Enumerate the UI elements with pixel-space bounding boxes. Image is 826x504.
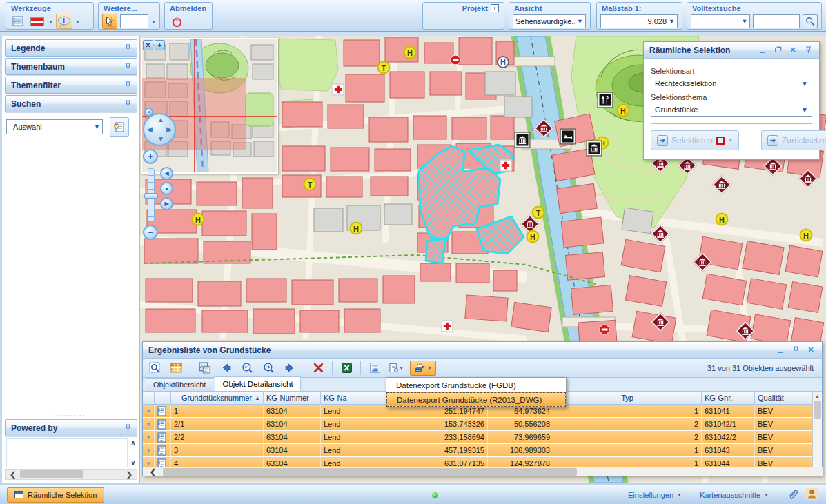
einstellungen-menu[interactable]: Einstellungen ▼ <box>628 491 682 499</box>
zoom-next-button[interactable] <box>261 361 276 376</box>
chevron-down-icon[interactable]: ▼ <box>728 138 733 143</box>
menu-item-fgdb[interactable]: Datenexport Grundstücke (FGDB) <box>386 378 566 392</box>
scroll-down-icon[interactable]: ∨ <box>130 458 135 466</box>
excel-export-button[interactable] <box>339 361 354 376</box>
minimize-icon[interactable] <box>757 46 768 55</box>
sidebar-resize-grip[interactable]: ·········· <box>2 412 137 419</box>
menu-item-r2013-dwg[interactable]: Datenexport Grundstücke (R2013_DWG) <box>386 392 566 407</box>
selektionsart-dropdown[interactable]: Rechteckselektion ▼ <box>651 77 812 90</box>
pin-icon[interactable] <box>125 63 131 70</box>
zuruecksetzen-button[interactable]: ➔ Zurücksetzen <box>761 130 826 150</box>
tab-objekt-detailansicht[interactable]: Objekt Detailansicht <box>215 376 300 391</box>
scrollbar-thumb[interactable] <box>20 470 83 478</box>
sidebar-item-themenfilter[interactable]: Themenfilter <box>5 77 137 94</box>
row-detail-icon[interactable] <box>155 444 171 456</box>
table-row[interactable]: ▼2/163104Lend153,74332650,5562082631042/… <box>143 418 814 431</box>
weitere-combobox[interactable] <box>120 14 148 28</box>
language-flag-button[interactable] <box>29 14 46 29</box>
attachment-button[interactable] <box>787 488 799 502</box>
pan-down-icon[interactable]: ▼ <box>157 136 164 143</box>
pin-icon[interactable] <box>790 345 801 355</box>
navigate-forward-button[interactable] <box>282 361 297 376</box>
row-expand-button[interactable]: ▼ <box>143 457 155 467</box>
detail-list-button[interactable] <box>367 361 382 376</box>
pin-icon[interactable] <box>125 44 131 52</box>
row-expand-button[interactable]: ▼ <box>143 418 155 430</box>
pan-up-icon[interactable]: ▲ <box>157 117 164 123</box>
column-header[interactable]: Typ <box>553 392 702 404</box>
sidebar-item-powered-by[interactable]: Powered by <box>5 419 137 436</box>
volltextsuche-input[interactable] <box>753 14 800 28</box>
column-header[interactable]: KG-Nummer <box>264 392 321 404</box>
row-detail-icon[interactable] <box>155 405 171 417</box>
scroll-up-icon[interactable]: ▲ <box>815 392 820 401</box>
scroll-left-icon[interactable]: ❮ <box>143 467 163 476</box>
kartenausschnitte-menu[interactable]: Kartenausschnitte ▼ <box>700 491 769 499</box>
remove-selection-button[interactable] <box>311 361 326 376</box>
table-row[interactable]: ▼2/263104Lend233,15869473,9696592631042/… <box>143 431 814 444</box>
scroll-left-icon[interactable]: ❮ <box>6 470 20 479</box>
table-row[interactable]: ▼363104Lend457,199315106,9893031631043BE… <box>143 444 814 457</box>
history-forward-button[interactable]: ▶ <box>160 197 173 210</box>
pin-icon[interactable] <box>125 424 131 432</box>
sidebar-item-suchen[interactable]: Suchen <box>5 95 137 112</box>
scroll-up-icon[interactable]: ∧ <box>130 439 135 447</box>
pin-icon[interactable] <box>125 100 131 108</box>
user-button[interactable] <box>806 488 818 501</box>
logout-button[interactable] <box>168 14 185 29</box>
select-cursor-button[interactable] <box>102 14 117 29</box>
results-horizontal-scrollbar[interactable]: ❮ <box>143 467 823 476</box>
restore-icon[interactable] <box>772 46 783 55</box>
chevron-down-icon[interactable]: ▼ <box>75 19 80 24</box>
scrollbar-thumb[interactable] <box>163 468 577 476</box>
history-home-button[interactable]: ● <box>160 182 173 195</box>
column-header[interactable]: Qualität <box>755 392 814 404</box>
column-header[interactable] <box>143 392 155 404</box>
selektieren-button[interactable]: ➔ Selektieren ▼ <box>651 130 739 150</box>
close-icon[interactable]: ✕ <box>805 345 816 355</box>
print-preview-button[interactable] <box>10 14 26 29</box>
history-back-button[interactable]: ◀ <box>160 167 173 180</box>
auswahl-dropdown[interactable]: - Auswahl - ▼ <box>6 119 103 134</box>
map-viewport[interactable]: HTHHHTTHHHHH <box>140 36 826 483</box>
task-button-raeumliche-selektion[interactable]: Räumliche Selektion <box>7 487 104 503</box>
chevron-down-icon[interactable]: ▼ <box>48 19 53 24</box>
panel-titlebar[interactable]: Räumliche Selektion ✕ <box>644 42 819 59</box>
move-icon[interactable]: + <box>155 40 165 50</box>
row-expand-button[interactable]: ▼ <box>143 431 155 443</box>
massstab-combobox[interactable]: 9.028 ▼ <box>600 14 678 28</box>
info-balloon-button[interactable]: i <box>56 14 72 29</box>
zoom-slider-handle[interactable] <box>144 193 158 199</box>
column-header[interactable]: Grundstücksnummer▲ <box>171 392 264 404</box>
chevron-down-icon[interactable]: ▼ <box>151 19 156 24</box>
pan-left-icon[interactable]: ◀ <box>147 126 153 133</box>
search-button[interactable] <box>803 14 818 28</box>
close-icon[interactable]: × <box>144 108 153 117</box>
zoom-out-button[interactable]: − <box>143 225 158 240</box>
pan-compass[interactable]: ▲ ▼ ◀ ▶ <box>143 113 176 146</box>
zoom-in-button[interactable]: + <box>143 149 158 164</box>
info-icon[interactable]: i <box>491 4 499 12</box>
scrollbar-thumb[interactable] <box>814 401 821 419</box>
map-image-button[interactable] <box>197 361 212 376</box>
row-detail-icon[interactable] <box>155 457 171 467</box>
pin-icon[interactable] <box>125 81 131 89</box>
column-header[interactable]: KG-Na <box>321 392 386 404</box>
column-header[interactable] <box>155 392 171 404</box>
row-detail-icon[interactable] <box>155 431 171 443</box>
column-header[interactable]: KG-Gnr. <box>702 392 755 404</box>
attribute-table-button[interactable] <box>168 361 184 376</box>
data-export-button[interactable]: ▼ <box>410 361 436 376</box>
zoom-to-selection-button[interactable] <box>147 361 162 376</box>
powered-by-scrollbar[interactable]: ∧ ∨ <box>128 438 139 467</box>
results-vertical-scrollbar[interactable]: ▲ <box>812 392 822 467</box>
sidebar-item-themenbaum[interactable]: Themenbaum <box>5 58 137 75</box>
chevron-down-icon[interactable]: ▼ <box>427 365 432 370</box>
navigate-back-button[interactable] <box>218 361 233 376</box>
close-icon[interactable]: ✕ <box>143 40 153 50</box>
minimize-icon[interactable] <box>775 345 786 355</box>
scroll-right-icon[interactable]: ❯ <box>122 470 137 479</box>
tab-objektuebersicht[interactable]: Objektübersicht <box>146 378 213 391</box>
ansicht-combobox[interactable]: Sehenswürdigke... ▼ <box>513 14 586 28</box>
zoom-previous-button[interactable] <box>239 361 255 376</box>
